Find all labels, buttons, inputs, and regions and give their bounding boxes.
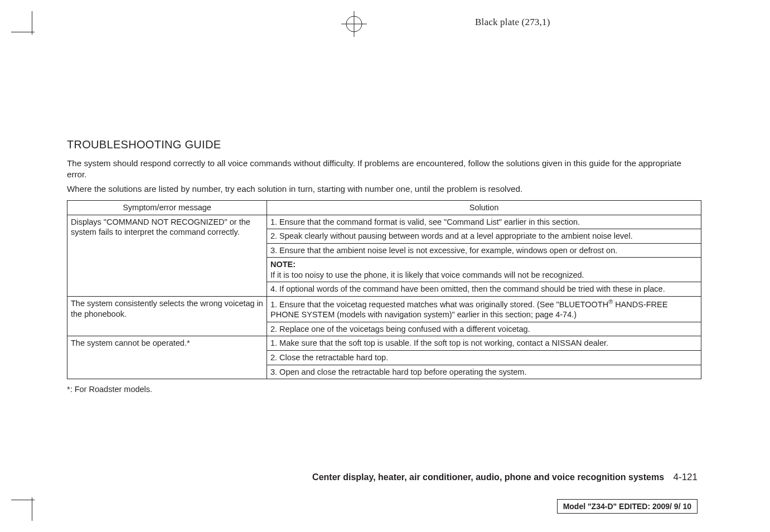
col-header-solution: Solution <box>267 201 701 215</box>
footnote: *: For Roadster models. <box>67 385 701 394</box>
solution-cell: 3. Ensure that the ambient noise level i… <box>267 243 701 258</box>
solution-cell-note: NOTE: If it is too noisy to use the phon… <box>267 258 701 282</box>
edited-label: EDITED: <box>617 502 652 511</box>
table-row: The system consistently selects the wron… <box>67 297 701 322</box>
section-heading: TROUBLESHOOTING GUIDE <box>67 138 701 151</box>
model-info-box: Model "Z34-D" EDITED: 2009/ 9/ 10 <box>557 499 698 514</box>
troubleshooting-table: Symptom/error message Solution Displays … <box>67 200 701 379</box>
edited-value: 2009/ 9/ 10 <box>652 502 691 511</box>
table-header-row: Symptom/error message Solution <box>67 201 701 215</box>
crop-mark <box>32 11 32 35</box>
plate-label: Black plate (273,1) <box>475 17 550 28</box>
crop-mark <box>32 497 32 521</box>
content-area: TROUBLESHOOTING GUIDE The system should … <box>67 138 701 402</box>
table-row: The system cannot be operated.* 1. Make … <box>67 336 701 351</box>
crop-mark <box>11 500 35 500</box>
note-label: NOTE: <box>270 260 296 269</box>
solution-text-pre: 1. Ensure that the voicetag requested ma… <box>270 300 608 309</box>
section-title: Center display, heater, air conditioner,… <box>312 472 664 482</box>
solution-cell: 1. Ensure that the voicetag requested ma… <box>267 297 701 322</box>
registered-mark-icon: ® <box>608 298 613 305</box>
symptom-cell: The system consistently selects the wron… <box>67 297 267 336</box>
note-body: If it is too noisy to use the phone, it … <box>270 270 584 279</box>
solution-cell: 2. Speak clearly without pausing between… <box>267 229 701 244</box>
section-footer: Center display, heater, air conditioner,… <box>312 472 698 483</box>
model-label: Model <box>563 502 588 511</box>
solution-cell: 1. Ensure that the command format is val… <box>267 215 701 229</box>
model-value: "Z34-D" <box>588 502 617 511</box>
symptom-cell: The system cannot be operated.* <box>67 336 267 379</box>
symptom-cell: Displays "COMMAND NOT RECOGNIZED" or the… <box>67 215 267 296</box>
registration-mark-icon <box>341 11 367 37</box>
solution-cell: 1. Make sure that the soft top is usable… <box>267 336 701 351</box>
solution-cell: 2. Replace one of the voicetags being co… <box>267 322 701 336</box>
solution-cell: 3. Open and close the retractable hard t… <box>267 365 701 379</box>
page-number: 4-121 <box>674 472 698 482</box>
table-row: Displays "COMMAND NOT RECOGNIZED" or the… <box>67 215 701 229</box>
crop-mark <box>11 32 35 32</box>
intro-paragraph: Where the solutions are listed by number… <box>67 183 701 195</box>
page: Black plate (273,1) TROUBLESHOOTING GUID… <box>0 0 770 532</box>
intro-paragraph: The system should respond correctly to a… <box>67 158 701 180</box>
col-header-symptom: Symptom/error message <box>67 201 267 215</box>
solution-cell: 2. Close the retractable hard top. <box>267 351 701 365</box>
solution-cell: 4. If optional words of the command have… <box>267 282 701 297</box>
